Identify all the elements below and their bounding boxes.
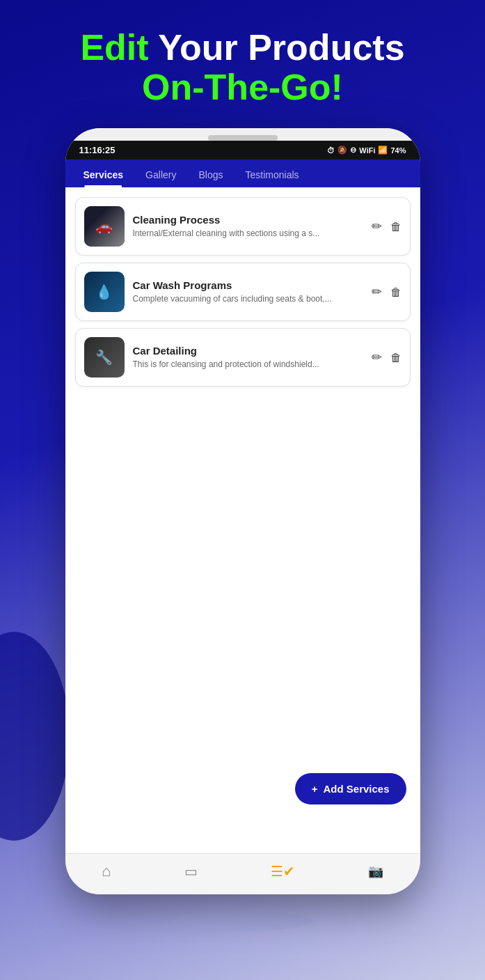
- edit-button-cleaning[interactable]: [372, 219, 382, 234]
- bottom-nav-video[interactable]: 📷: [368, 864, 383, 880]
- phone-notch: [208, 135, 278, 141]
- bottom-nav-list[interactable]: ☰✔: [271, 863, 295, 881]
- bottom-nav-shop[interactable]: ▭: [184, 863, 198, 881]
- service-desc-cleaning: Internal/External cleaning with sections…: [133, 228, 363, 240]
- status-bar: 11:16:25 ⏱ 🔕 ⊖ WiFi 📶 74%: [65, 141, 420, 160]
- service-card-detailing: Car Detailing This is for cleansing and …: [75, 328, 411, 387]
- minus-icon: ⊖: [350, 146, 356, 155]
- status-icons: ⏱ 🔕 ⊖ WiFi 📶 74%: [327, 146, 406, 155]
- service-actions-detailing: [372, 350, 401, 365]
- service-title-carwash: Car Wash Programs: [133, 279, 363, 291]
- clock-icon: ⏱: [327, 146, 335, 155]
- header-rest-word: Your Products: [149, 27, 405, 68]
- list-icon: ☰✔: [271, 863, 295, 880]
- service-title-detailing: Car Detailing: [133, 345, 363, 357]
- services-content: Cleaning Process Internal/External clean…: [65, 187, 420, 853]
- service-card-carwash: Car Wash Programs Complete vacuuming of …: [75, 263, 411, 321]
- video-icon: 📷: [368, 864, 383, 879]
- phone-notch-area: [65, 128, 420, 141]
- delete-button-detailing[interactable]: [390, 350, 401, 365]
- bg-decoration-circle: [0, 632, 70, 841]
- delete-button-cleaning[interactable]: [390, 219, 401, 234]
- add-icon: +: [312, 783, 318, 795]
- service-info-detailing: Car Detailing This is for cleansing and …: [133, 345, 363, 371]
- tab-services[interactable]: Services: [72, 160, 135, 187]
- detailing-thumbnail: [84, 337, 125, 378]
- service-card-cleaning: Cleaning Process Internal/External clean…: [75, 197, 411, 256]
- edit-button-detailing[interactable]: [372, 350, 382, 365]
- tab-gallery[interactable]: Gallery: [134, 160, 187, 187]
- header-line2: On-The-Go!: [80, 68, 404, 107]
- signal-icon: 📶: [378, 146, 388, 155]
- service-title-cleaning: Cleaning Process: [133, 214, 363, 226]
- edit-button-carwash[interactable]: [372, 284, 382, 300]
- carwash-thumbnail: [84, 272, 125, 312]
- page-header: Edit Your Products On-The-Go!: [80, 28, 404, 107]
- tab-testimonials[interactable]: Testimonials: [234, 160, 310, 187]
- service-thumb-carwash: [84, 272, 125, 312]
- bg-decoration-ellipse: [173, 910, 312, 931]
- header-edit-word: Edit: [80, 27, 148, 68]
- add-services-button[interactable]: + Add Services: [295, 773, 406, 804]
- status-time: 11:16:25: [79, 145, 116, 155]
- wifi-icon: WiFi: [359, 146, 375, 155]
- service-desc-detailing: This is for cleansing and protection of …: [133, 359, 363, 371]
- battery-level: 74%: [390, 146, 406, 155]
- bottom-nav-bar: ▭ ☰✔ 📷: [65, 853, 420, 894]
- delete-button-carwash[interactable]: [390, 285, 401, 300]
- service-actions-carwash: [372, 284, 401, 300]
- service-desc-carwash: Complete vacuuming of cars including sea…: [133, 293, 363, 305]
- add-services-label: Add Services: [323, 783, 389, 795]
- service-thumb-cleaning: [84, 206, 125, 247]
- shop-icon: ▭: [184, 863, 198, 880]
- home-icon: [102, 862, 111, 880]
- mute-icon: 🔕: [337, 146, 347, 155]
- bottom-nav-home[interactable]: [102, 862, 111, 882]
- service-info-cleaning: Cleaning Process Internal/External clean…: [133, 214, 363, 240]
- service-thumb-detailing: [84, 337, 125, 378]
- cleaning-thumbnail: [84, 206, 125, 247]
- service-actions-cleaning: [372, 219, 401, 234]
- service-info-carwash: Car Wash Programs Complete vacuuming of …: [133, 279, 363, 305]
- phone-mockup: 11:16:25 ⏱ 🔕 ⊖ WiFi 📶 74% Services Galle…: [65, 128, 420, 894]
- nav-tabs-bar: Services Gallery Blogs Testimonials: [65, 160, 420, 187]
- tab-blogs[interactable]: Blogs: [187, 160, 234, 187]
